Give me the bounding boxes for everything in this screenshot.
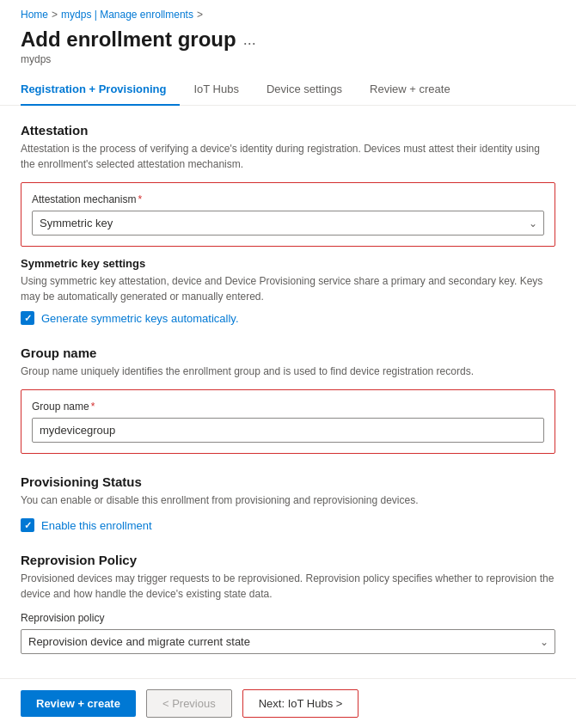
symmetric-key-settings: Symmetric key settings Using symmetric k… [21, 257, 555, 325]
provisioning-status-description: You can enable or disable this enrollmen… [21, 492, 555, 508]
reprovision-policy-select[interactable]: Reprovision device and migrate current s… [21, 629, 555, 654]
group-name-label: Group name* [32, 401, 544, 413]
attestation-title: Attestation [21, 123, 555, 138]
attestation-mechanism-select-wrapper: Symmetric key X.509 certificates TPM ⌄ [32, 211, 544, 236]
tabs-nav: Registration + Provisioning IoT Hubs Dev… [0, 76, 576, 106]
tab-iothubs[interactable]: IoT Hubs [193, 76, 253, 106]
next-iothubs-button[interactable]: Next: IoT Hubs > [242, 689, 359, 718]
generate-keys-checkbox[interactable] [21, 311, 34, 325]
tab-devicesettings[interactable]: Device settings [267, 76, 356, 106]
provisioning-status-section: Provisioning Status You can enable or di… [21, 474, 555, 532]
generate-keys-row: Generate symmetric keys automatically. [21, 311, 555, 325]
tab-registration[interactable]: Registration + Provisioning [21, 76, 180, 106]
group-name-input[interactable] [32, 418, 544, 443]
generate-keys-label: Generate symmetric keys automatically. [41, 312, 239, 325]
page-menu-icon[interactable]: ... [243, 31, 256, 49]
symmetric-key-title: Symmetric key settings [21, 257, 555, 270]
reprovision-policy-label: Reprovision policy [21, 612, 555, 624]
attestation-section: Attestation Attestation is the process o… [21, 123, 555, 325]
group-name-description: Group name uniquely identifies the enrol… [21, 364, 555, 379]
symmetric-key-description: Using symmetric key attestation, device … [21, 273, 555, 304]
page-subtitle: mydps [21, 53, 555, 72]
attestation-description: Attestation is the process of verifying … [21, 141, 555, 172]
previous-button[interactable]: < Previous [146, 689, 232, 718]
tab-reviewcreate[interactable]: Review + create [370, 76, 464, 106]
attestation-mechanism-select[interactable]: Symmetric key X.509 certificates TPM [32, 211, 544, 236]
breadcrumb-mydps[interactable]: mydps | Manage enrollments [61, 9, 193, 21]
breadcrumb-sep2: > [197, 9, 203, 21]
reprovision-title: Reprovision Policy [21, 553, 555, 567]
enable-enrollment-row: Enable this enrollment [21, 518, 555, 532]
enable-enrollment-label: Enable this enrollment [41, 519, 152, 532]
attestation-mechanism-label: Attestation mechanism* [32, 193, 544, 205]
group-name-section: Group name Group name uniquely identifie… [21, 346, 555, 454]
enable-enrollment-checkbox[interactable] [21, 518, 34, 532]
reprovision-select-wrapper: Reprovision device and migrate current s… [21, 629, 555, 654]
page-header: Add enrollment group ... mydps [0, 24, 576, 72]
reprovision-description: Provisioned devices may trigger requests… [21, 571, 555, 602]
reprovision-section: Reprovision Policy Provisioned devices m… [21, 553, 555, 654]
page-title: Add enrollment group [21, 28, 236, 52]
footer: Review + create < Previous Next: IoT Hub… [0, 678, 576, 728]
breadcrumb-sep1: > [52, 9, 58, 21]
group-name-title: Group name [21, 346, 555, 360]
breadcrumb-home[interactable]: Home [21, 9, 48, 21]
breadcrumb: Home > mydps | Manage enrollments > [0, 0, 576, 24]
group-name-field-group: Group name* [21, 389, 555, 454]
attestation-mechanism-group: Attestation mechanism* Symmetric key X.5… [21, 182, 555, 247]
review-create-button[interactable]: Review + create [21, 690, 136, 717]
provisioning-status-title: Provisioning Status [21, 474, 555, 489]
